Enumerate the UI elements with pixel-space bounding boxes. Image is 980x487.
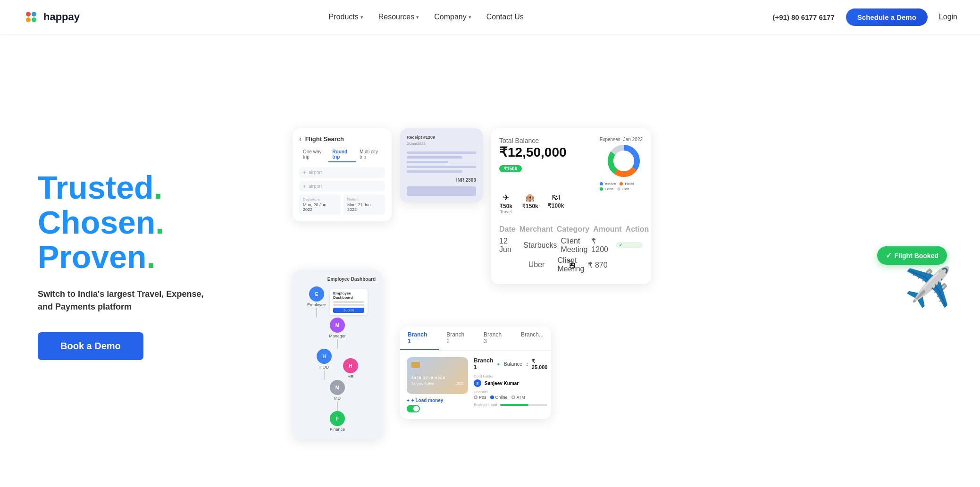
- form-title: Employee Dashboard: [333, 291, 364, 300]
- nav-links: Products ▾ Resources ▾ Company ▾ Contact…: [329, 13, 524, 21]
- balance-card-inner: Total Balance ₹12,50,000 ₹150k Expenses-…: [499, 137, 643, 273]
- departure-date: Mon, 20 Jun 2022: [303, 202, 337, 212]
- hod-node: H HOD: [317, 349, 332, 380]
- logo[interactable]: happay: [23, 8, 80, 25]
- transaction-row: 12 Jun Starbucks Client Meeting ₹ 1200 ✓: [499, 236, 643, 254]
- departure-airport-field[interactable]: ✈ airport: [299, 167, 385, 178]
- card-chip-icon: [411, 362, 420, 368]
- plane-icon: ✈: [303, 184, 307, 189]
- hero-left: Trusted. Chosen. Proven. Switch to India…: [38, 170, 264, 360]
- balance-value: :: [526, 361, 528, 367]
- hero-line2: Chosen: [38, 204, 155, 240]
- book-demo-button[interactable]: Book a Demo: [38, 332, 143, 360]
- toggle-thumb: [413, 406, 419, 411]
- channel-row: Channel Pos Online: [474, 390, 547, 400]
- svg-point-2: [32, 12, 36, 17]
- employee-circle: E: [309, 286, 324, 302]
- stat-travel: ✈ ₹50k Travel: [499, 193, 512, 214]
- atm-radio[interactable]: [511, 395, 515, 399]
- one-way-tab[interactable]: One way trip: [299, 147, 328, 162]
- arrival-airport-field[interactable]: ✈ airport: [299, 181, 385, 192]
- manager-label: Manager: [329, 334, 346, 338]
- toggle-switch[interactable]: [407, 405, 420, 412]
- branch-details: Branch 1 ● Balance : ₹ 25,000 Card holde…: [474, 357, 547, 412]
- hero-line1: Trusted: [38, 169, 154, 205]
- card-name: Sanjeev Kumar: [411, 382, 434, 385]
- balance-stats: ✈ ₹50k Travel 🏨 ₹150k 🍽 ₹100k: [499, 193, 643, 214]
- logo-icon: [23, 8, 40, 25]
- receipt-line: [407, 166, 476, 168]
- connector-line: [337, 402, 338, 411]
- nav-company[interactable]: Company ▾: [434, 13, 471, 21]
- back-arrow-icon[interactable]: ‹: [299, 135, 302, 143]
- hod-label: HOD: [319, 365, 329, 369]
- cab-dot: [617, 187, 620, 191]
- receipt-line: [407, 161, 448, 163]
- branch3-tab[interactable]: Branch 3: [476, 327, 513, 350]
- branch-tabs: Branch 1 Branch 2 Branch 3 Branch...: [400, 327, 551, 351]
- channel-label: Channel: [474, 390, 547, 394]
- round-trip-tab[interactable]: Round trip: [328, 147, 356, 162]
- branch2-tab[interactable]: Branch 2: [439, 327, 476, 350]
- plus-icon: +: [407, 398, 410, 403]
- online-option[interactable]: Online: [490, 395, 508, 400]
- nav-contact[interactable]: Contact Us: [486, 13, 524, 21]
- branch1-tab[interactable]: Branch 1: [400, 327, 439, 350]
- flight-search-card: ‹ Flight Search One way trip Round trip …: [293, 128, 392, 221]
- balance-amount: ₹ 25,000: [532, 358, 548, 370]
- branch-content: 5478 2700 0000 Sanjeev Kumar 13/25 + + L…: [400, 351, 551, 419]
- branch4-tab[interactable]: Branch...: [513, 327, 551, 350]
- multi-city-tab[interactable]: Multi city trip: [356, 147, 385, 162]
- legend-airfare: Airfare Hotel: [600, 182, 643, 186]
- card-section: 5478 2700 0000 Sanjeev Kumar 13/25 + + L…: [407, 357, 468, 412]
- connector-line: [324, 370, 325, 380]
- return-label: Return: [347, 197, 381, 202]
- md-node: M MD: [330, 380, 345, 411]
- channel-options: Pos Online ATM: [474, 395, 547, 400]
- svg-point-3: [26, 17, 31, 22]
- receipt-amount: INR 2300: [407, 177, 476, 183]
- balance-badge: ₹150k: [499, 165, 522, 172]
- load-money-button[interactable]: + + Load money: [407, 398, 468, 403]
- form-submit-button[interactable]: Submit: [333, 308, 364, 313]
- flight-booked-badge: ✓ Flight Booked: [877, 246, 947, 265]
- connector-line: [316, 308, 317, 318]
- hero-title: Trusted. Chosen. Proven.: [38, 170, 264, 274]
- cardholder-label: Card holder: [474, 374, 547, 378]
- airfare-dot: [600, 182, 603, 185]
- pos-radio[interactable]: [474, 395, 477, 399]
- atm-option[interactable]: ATM: [511, 395, 525, 400]
- md-label: MD: [334, 396, 341, 401]
- hotel-icon: 🏨: [522, 193, 538, 202]
- balance-header: Total Balance ₹12,50,000 ₹150k Expenses-…: [499, 137, 643, 191]
- chevron-down-icon: ▾: [416, 14, 419, 20]
- budget-limit-row: Budget Limit: [474, 403, 547, 407]
- chevron-down-icon: ▾: [360, 14, 363, 20]
- schedule-demo-button[interactable]: Schedule a Demo: [846, 8, 928, 26]
- cardholder-info: S Sanjeev Kumar: [474, 379, 547, 387]
- login-link[interactable]: Login: [939, 13, 957, 21]
- travel-value: ₹50k: [499, 203, 512, 210]
- form-field: [333, 304, 364, 306]
- nav-resources[interactable]: Resources ▾: [378, 13, 419, 21]
- receipt-number: Receipt #1209: [407, 135, 476, 140]
- food-icon: 🍽: [548, 193, 564, 202]
- nav-products[interactable]: Products ▾: [329, 13, 363, 21]
- balance-label: Balance: [503, 361, 522, 367]
- card-expiry: 13/25: [455, 382, 463, 385]
- food-value: ₹100k: [548, 202, 564, 209]
- cardholder-row: Card holder S Sanjeev Kumar: [474, 374, 547, 387]
- return-date-field[interactable]: Return Mon, 21 Jun 2022: [343, 194, 385, 215]
- balance-amount: ₹12,50,000: [499, 144, 567, 160]
- return-date: Mon, 21 Jun 2022: [347, 202, 381, 212]
- card-bottom: Sanjeev Kumar 13/25: [411, 380, 463, 385]
- employee-label: Employee: [307, 302, 326, 307]
- hero-line3: Proven: [38, 239, 147, 275]
- stat-hotel: 🏨 ₹150k: [522, 193, 538, 214]
- online-radio[interactable]: [490, 395, 494, 399]
- pos-option[interactable]: Pos: [474, 395, 486, 400]
- departure-date-field[interactable]: Departure Mon, 20 Jun 2022: [299, 194, 341, 215]
- date-fields: Departure Mon, 20 Jun 2022 Return Mon, 2…: [299, 194, 385, 215]
- receipt-bottom: [407, 186, 476, 196]
- navbar-right: (+91) 80 6177 6177 Schedule a Demo Login: [772, 8, 957, 26]
